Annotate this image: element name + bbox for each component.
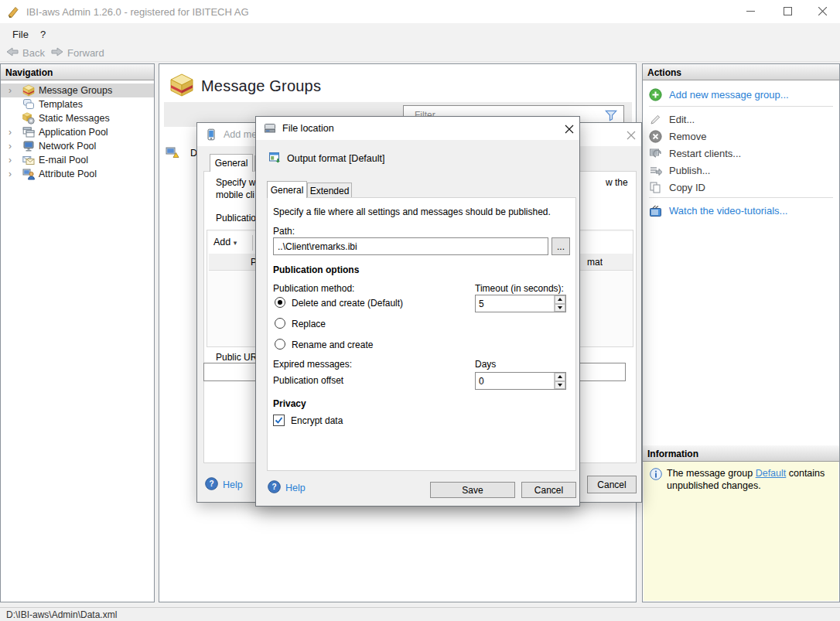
svg-text:?: ?	[209, 479, 213, 488]
menu-help[interactable]: ?	[36, 27, 50, 42]
sidebar-item-email-pool[interactable]: › E-mail Pool	[1, 153, 154, 167]
chevron-right-icon[interactable]: ›	[9, 86, 16, 95]
email-pool-icon	[22, 154, 35, 166]
offset-up-button[interactable]	[555, 373, 565, 381]
timeout-up-button[interactable]	[555, 295, 565, 304]
divider	[649, 106, 833, 107]
sidebar-item-network-pool[interactable]: › Network Pool	[1, 139, 154, 153]
sidebar-item-label: Application Pool	[39, 127, 108, 138]
info-icon	[650, 468, 662, 480]
offset-down-button[interactable]	[555, 381, 565, 390]
radio-rename-label: Rename and create	[292, 340, 373, 350]
dialog-title: File location	[282, 123, 334, 134]
information-message: The message group Default contains unpub…	[667, 467, 832, 492]
back-button[interactable]: Back	[6, 45, 45, 60]
navigation-header: Navigation	[1, 64, 154, 80]
app-icon	[6, 5, 20, 19]
publish-action[interactable]: Publish...	[649, 163, 710, 177]
filter-funnel-icon[interactable]	[604, 108, 618, 122]
browse-button[interactable]: ...	[551, 237, 570, 255]
templates-icon	[22, 98, 35, 111]
sidebar-item-message-groups[interactable]: › Message Groups	[1, 84, 154, 97]
radio-rename-and-create[interactable]	[275, 339, 285, 350]
window-title: IBI-aws Admin 1.26.0 - registered for IB…	[26, 6, 249, 18]
svg-text:?: ?	[271, 483, 276, 491]
copy-icon	[649, 181, 662, 194]
sidebar-item-attribute-pool[interactable]: › Attribute Pool	[1, 167, 154, 181]
sidebar-item-label: Attribute Pool	[39, 169, 97, 179]
offset-input[interactable]	[476, 373, 554, 389]
sidebar-item-templates[interactable]: Templates	[1, 97, 154, 111]
tab-extended[interactable]: Extended	[307, 183, 352, 198]
menu-file[interactable]: File	[8, 27, 33, 42]
timeout-input[interactable]	[476, 295, 554, 312]
tab-general[interactable]: General	[267, 181, 307, 198]
publication-offset-label: Publication offset	[273, 375, 343, 386]
status-bar: D:\IBI-aws\Admin\Data.xml	[0, 607, 840, 621]
description-fragment-2: mobile cli	[216, 189, 256, 200]
action-label: Publish...	[669, 165, 710, 176]
help-link[interactable]: ? Help	[268, 480, 306, 496]
dialog-description: Specify a file where all settings and me…	[273, 206, 551, 217]
network-pool-icon	[22, 140, 35, 152]
timeout-down-button[interactable]	[555, 304, 565, 312]
close-button[interactable]	[805, 0, 840, 22]
menu-bar: File ?	[0, 23, 840, 43]
action-label: Watch the video-tutorials...	[669, 205, 787, 217]
chevron-right-icon[interactable]: ›	[9, 142, 16, 151]
network-drive-icon	[264, 122, 276, 135]
dialog-header: Output format [Default]	[287, 153, 384, 164]
restart-clients-action[interactable]: Restart clients...	[649, 146, 741, 160]
tab-general-bg[interactable]: General	[210, 154, 253, 172]
information-header: Information	[643, 445, 839, 462]
help-icon: ?	[205, 477, 218, 493]
privacy-heading: Privacy	[273, 398, 306, 409]
help-label: Help	[285, 483, 306, 493]
publication-label-fragment: Publicatio	[216, 213, 256, 223]
action-label: Add new message group...	[669, 89, 789, 101]
add-message-group-action[interactable]: Add new message group...	[649, 87, 789, 101]
remove-icon	[649, 130, 662, 143]
file-location-dialog: File location Output format [Default] Ge…	[255, 116, 580, 507]
radio-replace[interactable]	[275, 318, 285, 329]
mobile-phone-icon	[205, 128, 217, 141]
offset-spinner	[475, 372, 566, 390]
maximize-button[interactable]	[770, 0, 805, 22]
divider	[649, 197, 833, 198]
dialog-title-bar: File location	[256, 117, 579, 140]
action-label: Restart clients...	[669, 148, 741, 159]
chevron-right-icon[interactable]: ›	[9, 128, 16, 137]
actions-panel: Actions Add new message group... Edit...…	[642, 63, 840, 602]
save-button[interactable]: Save	[430, 482, 515, 498]
sidebar-item-label: Templates	[39, 99, 83, 110]
close-icon[interactable]	[624, 128, 638, 142]
default-group-link[interactable]: Default	[756, 468, 787, 479]
minimize-button[interactable]	[733, 0, 768, 22]
sidebar-item-application-pool[interactable]: › Application Pool	[1, 125, 154, 139]
add-dropdown-button[interactable]: Add ▾	[213, 237, 237, 247]
cancel-button[interactable]: Cancel	[521, 482, 576, 498]
back-label: Back	[22, 47, 45, 59]
edit-action[interactable]: Edit...	[649, 112, 695, 126]
cancel-button-bg[interactable]: Cancel	[587, 476, 637, 493]
radio-delete-and-create[interactable]	[275, 297, 285, 308]
path-input[interactable]	[273, 237, 548, 255]
chevron-right-icon[interactable]: ›	[9, 169, 16, 179]
monitor-warning-icon	[166, 146, 179, 161]
copy-id-action[interactable]: Copy ID	[649, 180, 705, 194]
action-label: Copy ID	[669, 182, 705, 193]
publication-method-label: Publication method:	[273, 283, 354, 294]
days-label: Days	[475, 359, 496, 370]
chevron-right-icon[interactable]: ›	[9, 155, 16, 165]
forward-button[interactable]: Forward	[51, 45, 104, 60]
public-url-label-fragment: Public UR	[216, 352, 256, 363]
encrypt-data-checkbox[interactable]	[273, 415, 285, 426]
close-icon[interactable]	[562, 122, 576, 136]
pencil-icon	[649, 113, 662, 126]
radio-replace-label: Replace	[292, 319, 326, 329]
sidebar-item-static-messages[interactable]: Static Messages	[1, 111, 154, 125]
remove-action[interactable]: Remove	[649, 129, 706, 143]
forward-label: Forward	[67, 47, 104, 59]
help-link-bg[interactable]: ? Help	[205, 477, 243, 493]
watch-tutorials-action[interactable]: Watch the video-tutorials...	[649, 203, 787, 217]
